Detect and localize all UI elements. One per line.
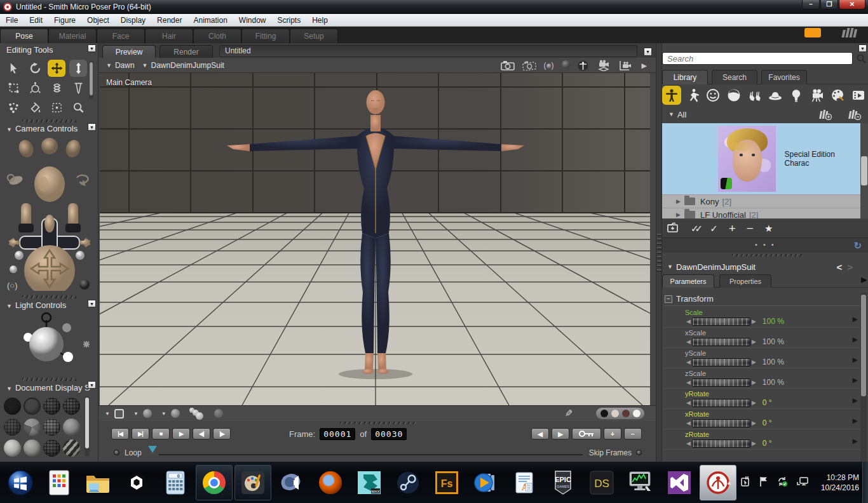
slider-increment-arrow[interactable]: ▶: [752, 379, 756, 386]
slider-increment-arrow[interactable]: ▶: [752, 420, 756, 426]
new-folder-icon[interactable]: [667, 222, 680, 235]
parameter-menu-arrow[interactable]: ▶: [853, 356, 858, 364]
parameters-tab[interactable]: Properties: [719, 274, 771, 288]
apply-all-icon[interactable]: ✓✓: [691, 223, 699, 234]
panel-menu-button[interactable]: ▼: [858, 44, 867, 52]
slider-track[interactable]: [692, 318, 750, 326]
taskbar-clock[interactable]: 10:28 PM 10/24/2016: [821, 473, 859, 493]
prev-actor-arrow[interactable]: <: [836, 262, 842, 272]
edit-keyframes-button[interactable]: [572, 428, 601, 439]
hidden-icons-button[interactable]: ▲: [726, 480, 732, 486]
parameters-actor-title[interactable]: DawnDenimJumpSuit: [676, 262, 756, 272]
dropdown-triangle-icon[interactable]: ▼: [133, 411, 139, 417]
unity-icon[interactable]: [118, 465, 155, 500]
menu-item[interactable]: File: [0, 14, 24, 26]
slider-track[interactable]: [692, 439, 750, 448]
calculator-icon[interactable]: 0: [157, 465, 194, 500]
parameter-menu-arrow[interactable]: ▶: [853, 315, 858, 323]
epic-games-icon[interactable]: EPICGAMES: [545, 465, 581, 500]
collapse-triangle-icon[interactable]: ▼: [6, 386, 12, 392]
collapse-triangle-icon[interactable]: ▼: [6, 126, 12, 133]
select-tool[interactable]: [3, 58, 24, 78]
room-tab[interactable]: Fitting: [241, 29, 290, 43]
current-frame-field[interactable]: 00001: [320, 428, 355, 440]
library-tab[interactable]: Library: [662, 70, 708, 84]
paint-icon[interactable]: [234, 465, 271, 500]
restore-button[interactable]: ❐: [820, 0, 838, 10]
sync-icon[interactable]: [776, 476, 788, 489]
props-category-icon[interactable]: [766, 86, 785, 105]
library-tab[interactable]: Search: [712, 70, 757, 84]
style-lit-wireframe[interactable]: [4, 419, 21, 436]
slider-decrement-arrow[interactable]: ◀: [686, 420, 691, 426]
style-outline[interactable]: [24, 398, 41, 415]
actor-selector[interactable]: ▼ DawnDenimJumpSuit: [142, 61, 224, 70]
slider-decrement-arrow[interactable]: ◀: [686, 359, 691, 365]
daz-studio-icon[interactable]: DS: [583, 465, 620, 500]
slider-track[interactable]: [692, 338, 750, 346]
delete-keyframe-button[interactable]: −: [624, 428, 642, 439]
filter-all-label[interactable]: All: [677, 110, 686, 119]
action-center-flag-icon[interactable]: [759, 476, 768, 489]
expressions-category-icon[interactable]: [703, 86, 722, 105]
apply-icon[interactable]: ✓: [710, 223, 718, 234]
translate-in-out-tool[interactable]: [69, 60, 87, 77]
chat-bubble-icon[interactable]: [804, 28, 821, 37]
parameter-menu-arrow[interactable]: ▶: [853, 335, 858, 344]
3dsmax-icon[interactable]: MAX: [351, 465, 388, 500]
chrome-icon[interactable]: [196, 465, 233, 500]
sphere-cluster-icon[interactable]: [189, 408, 203, 419]
menu-item[interactable]: Scripts: [272, 14, 307, 26]
parameter-value[interactable]: 0 °: [763, 398, 772, 407]
parameter-menu-arrow[interactable]: ▶: [853, 396, 858, 405]
panel-resize-handle[interactable]: [732, 254, 802, 257]
slider-track[interactable]: [692, 358, 750, 366]
poses-category-icon[interactable]: [683, 86, 702, 105]
figures-category-icon[interactable]: [662, 86, 681, 105]
front-camera-icon[interactable]: [578, 60, 588, 71]
loop-indicator[interactable]: [114, 450, 119, 455]
step-forward-button[interactable]: |▶: [213, 428, 231, 439]
translate-tool[interactable]: [48, 60, 65, 77]
viewport-3d-scene[interactable]: Main Camera: [100, 73, 650, 405]
minimize-button[interactable]: –: [802, 0, 820, 10]
wordpad-icon[interactable]: A: [506, 465, 543, 500]
remove-from-library-icon[interactable]: −: [747, 222, 754, 236]
add-keyframe-button[interactable]: +: [604, 428, 621, 439]
fuse-icon[interactable]: Fs: [428, 465, 465, 500]
scenes-category-icon[interactable]: [849, 86, 868, 105]
menu-item[interactable]: Help: [306, 14, 334, 26]
style-texture-shaded[interactable]: [24, 439, 41, 457]
style-wireframe[interactable]: [43, 398, 60, 415]
visual-studio-icon[interactable]: [661, 465, 698, 500]
slider-increment-arrow[interactable]: ▶: [752, 318, 756, 325]
slider-track[interactable]: [692, 399, 750, 407]
twist-tool[interactable]: [24, 78, 46, 98]
parameters-flyout-arrow[interactable]: ▶: [862, 276, 867, 284]
flat-sphere-icon[interactable]: [214, 409, 223, 418]
document-style-icon[interactable]: [114, 409, 124, 419]
library-tab[interactable]: Favorites: [761, 70, 807, 84]
style-hidden-line[interactable]: [63, 398, 80, 415]
close-button[interactable]: ✕: [839, 0, 865, 10]
next-keyframe-button[interactable]: ▶: [552, 428, 569, 439]
slider-decrement-arrow[interactable]: ◀: [686, 440, 691, 446]
step-back-button[interactable]: ◀|: [193, 428, 210, 439]
hands-category-icon[interactable]: [745, 86, 764, 105]
document-menu-button[interactable]: ▼: [644, 48, 652, 56]
slider-track[interactable]: [692, 379, 750, 387]
slider-increment-arrow[interactable]: ▶: [752, 399, 756, 406]
slider-decrement-arrow[interactable]: ◀: [686, 318, 691, 325]
collapse-triangle-icon[interactable]: ▼: [668, 111, 674, 117]
remove-library-icon[interactable]: [846, 109, 862, 122]
parameter-value[interactable]: 100 %: [763, 378, 784, 387]
first-frame-button[interactable]: |◀: [111, 428, 129, 439]
cameras-category-icon[interactable]: [808, 86, 827, 105]
style-silhouette[interactable]: [4, 398, 21, 415]
room-tab[interactable]: Cloth: [193, 29, 241, 43]
style-flat-shaded[interactable]: [24, 419, 41, 436]
parameters-tab[interactable]: Parameters: [662, 274, 714, 288]
panel-menu-button[interactable]: ▼: [88, 44, 96, 52]
parameter-value[interactable]: 100 %: [763, 358, 784, 366]
app-grid-icon[interactable]: [41, 465, 78, 500]
